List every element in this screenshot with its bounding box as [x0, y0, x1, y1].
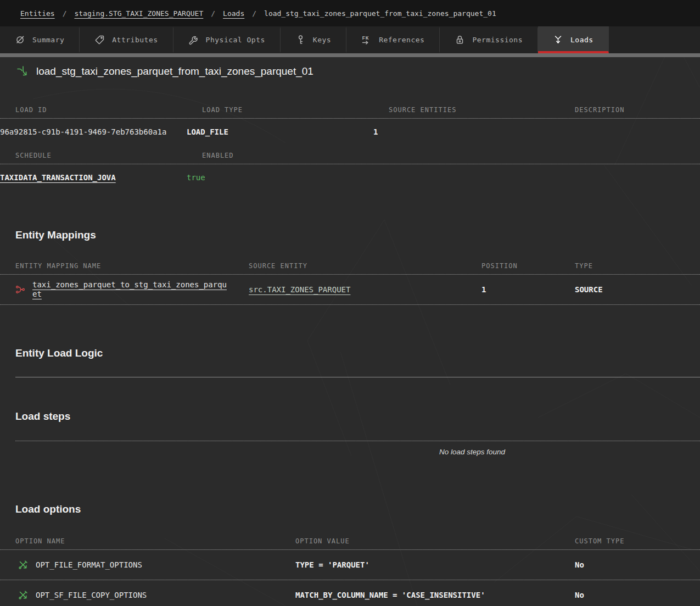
- breadcrumb-current: load_stg_taxi_zones_parquet_from_taxi_zo…: [264, 9, 496, 18]
- tab-references[interactable]: FK References: [346, 26, 440, 53]
- mapping-position-value: 1: [481, 285, 575, 294]
- breadcrumb-link-entities[interactable]: Entities: [20, 9, 55, 18]
- load-options-heading: Load options: [0, 503, 700, 515]
- enabled-label: ENABLED: [202, 152, 389, 164]
- col-type: TYPE: [575, 262, 700, 274]
- load-option-row: OPT_SF_FILE_COPY_OPTIONS MATCH_BY_COLUMN…: [0, 580, 700, 606]
- breadcrumb: Entities / staging.STG_TAXI_ZONES_PARQUE…: [0, 0, 700, 26]
- entity-mapping-name-link[interactable]: taxi_zones_parquet_to_stg_taxi_zones_par…: [32, 280, 227, 299]
- tab-label: Keys: [313, 36, 331, 44]
- fk-icon: FK: [361, 35, 372, 45]
- col-option-name: OPTION NAME: [15, 537, 295, 549]
- load-details-value-row-2: TAXIDATA_TRANSACTION_JOVA true: [0, 164, 700, 190]
- load-details-header-row-1: LOAD ID LOAD TYPE SOURCE ENTITIES DESCRI…: [0, 106, 700, 119]
- entity-load-logic-heading: Entity Load Logic: [0, 347, 700, 359]
- option-value: MATCH_BY_COLUMN_NAME = 'CASE_INSENSITIVE…: [295, 591, 575, 599]
- merge-arrow-icon: [553, 35, 563, 45]
- tab-label: Attributes: [112, 36, 158, 44]
- tab-summary[interactable]: Summary: [0, 26, 80, 53]
- breadcrumb-separator: /: [63, 9, 67, 18]
- load-details-value-row-1: 96a92815-c91b-4191-9469-7eb763b60a1a LOA…: [0, 119, 700, 144]
- col-option-value: OPTION VALUE: [295, 537, 575, 549]
- load-id-label: LOAD ID: [15, 106, 202, 118]
- option-name: OPT_SF_FILE_COPY_OPTIONS: [36, 591, 147, 599]
- mapping-merge-icon: [15, 285, 25, 294]
- load-id-value: 96a92815-c91b-4191-9469-7eb763b60a1a: [0, 127, 187, 136]
- breadcrumb-link-entity[interactable]: staging.STG_TAXI_ZONES_PARQUET: [74, 9, 203, 18]
- tab-keys[interactable]: Keys: [281, 26, 346, 53]
- tab-bar: Summary Attributes Physical Opts Keys FK…: [0, 26, 700, 53]
- load-type-label: LOAD TYPE: [202, 106, 389, 118]
- entity-load-logic-divider: [15, 377, 700, 377]
- option-tools-icon: [18, 590, 28, 600]
- load-arrow-icon: [15, 65, 29, 78]
- option-value: TYPE = 'PARQUET': [295, 560, 575, 569]
- breadcrumb-link-loads[interactable]: Loads: [223, 9, 244, 18]
- tag-icon: [94, 35, 105, 45]
- schedule-label: SCHEDULE: [15, 152, 202, 164]
- option-tools-icon: [18, 560, 28, 570]
- tab-label: Loads: [570, 36, 593, 44]
- mapping-type-value: SOURCE: [575, 285, 700, 294]
- lock-icon: [455, 35, 465, 45]
- source-entities-value: 1: [373, 127, 559, 136]
- entity-mappings-header-row: ENTITY MAPPING NAME SOURCE ENTITY POSITI…: [0, 262, 700, 275]
- option-custom-type: No: [575, 591, 700, 599]
- col-entity-mapping-name: ENTITY MAPPING NAME: [15, 262, 249, 274]
- option-custom-type: No: [575, 560, 700, 569]
- breadcrumb-separator: /: [252, 9, 256, 18]
- tab-attributes[interactable]: Attributes: [80, 26, 173, 53]
- summary-icon: [15, 35, 25, 45]
- load-steps-empty-message: No load steps found: [0, 441, 700, 456]
- breadcrumb-separator: /: [211, 9, 215, 18]
- load-options-header-row: OPTION NAME OPTION VALUE CUSTOM TYPE: [0, 537, 700, 550]
- tab-label: Summary: [32, 36, 64, 44]
- tab-loads[interactable]: Loads: [538, 26, 609, 53]
- col-position: POSITION: [481, 262, 575, 274]
- tab-permissions[interactable]: Permissions: [440, 26, 538, 53]
- col-source-entity: SOURCE ENTITY: [249, 262, 481, 274]
- entity-mappings-heading: Entity Mappings: [0, 229, 700, 241]
- source-entities-label: SOURCE ENTITIES: [389, 106, 575, 118]
- enabled-value: true: [187, 173, 373, 182]
- load-steps-heading: Load steps: [0, 410, 700, 422]
- description-label: DESCRIPTION: [575, 106, 700, 118]
- load-option-row: OPT_FILE_FORMAT_OPTIONS TYPE = 'PARQUET'…: [0, 550, 700, 580]
- source-entity-link[interactable]: src.TAXI_ZONES_PARQUET: [249, 285, 350, 294]
- tab-physical-opts[interactable]: Physical Opts: [173, 26, 281, 53]
- key-icon: [295, 35, 306, 45]
- tab-label: Permissions: [472, 36, 523, 44]
- page-title: load_stg_taxi_zones_parquet_from_taxi_zo…: [36, 65, 313, 77]
- tab-label: Physical Opts: [206, 36, 265, 44]
- page-header: load_stg_taxi_zones_parquet_from_taxi_zo…: [0, 57, 700, 78]
- wrench-icon: [188, 35, 199, 45]
- tab-label: References: [379, 36, 424, 44]
- load-details-header-row-2: SCHEDULE ENABLED: [0, 152, 700, 164]
- entity-mapping-row: taxi_zones_parquet_to_stg_taxi_zones_par…: [0, 275, 700, 305]
- horizontal-scrollbar[interactable]: [0, 53, 700, 57]
- option-name: OPT_FILE_FORMAT_OPTIONS: [36, 560, 142, 569]
- load-type-value: LOAD_FILE: [187, 127, 373, 136]
- description-value: [559, 127, 700, 136]
- svg-text:FK: FK: [362, 35, 369, 41]
- schedule-link[interactable]: TAXIDATA_TRANSACTION_JOVA: [0, 173, 116, 182]
- col-custom-type: CUSTOM TYPE: [575, 537, 700, 549]
